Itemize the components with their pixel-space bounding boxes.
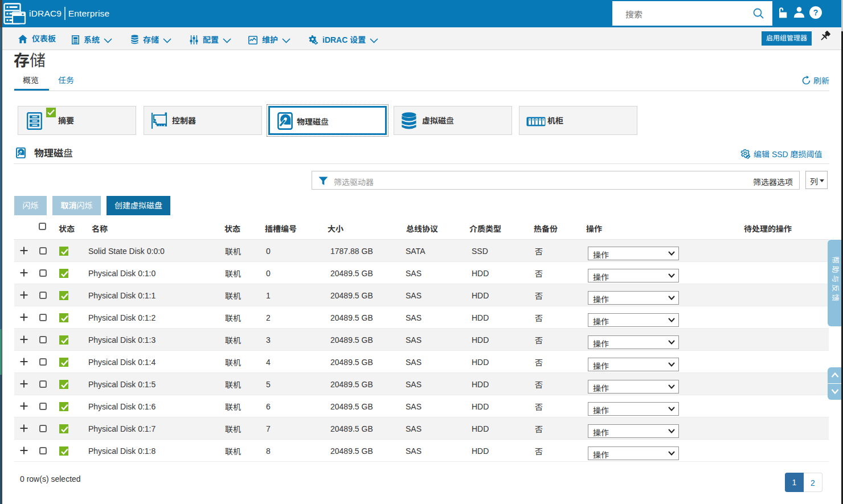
- svg-text:?: ?: [813, 8, 819, 17]
